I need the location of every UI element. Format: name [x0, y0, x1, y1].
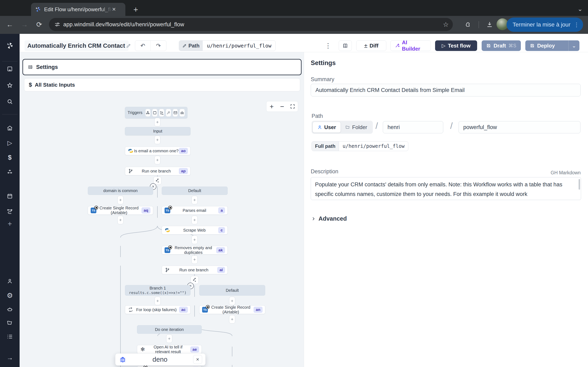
sidebar-item-folders[interactable]	[0, 317, 20, 328]
fit-view-button[interactable]	[287, 101, 298, 111]
path-owner-input[interactable]	[383, 121, 443, 133]
add-step-button[interactable]	[191, 235, 198, 244]
tab-close-icon[interactable]: ✕	[112, 7, 116, 12]
branch-header-domain-is-common[interactable]: domain is common	[88, 187, 153, 195]
advanced-section-toggle[interactable]: Advanced	[311, 215, 347, 222]
add-step-button[interactable]	[117, 216, 123, 224]
deploy-button[interactable]: Deploy	[525, 43, 566, 49]
path-pill[interactable]: Path u/henri/powerful_flow	[179, 40, 276, 51]
sidebar-expand-arrow-icon[interactable]: →	[0, 352, 20, 363]
input-node[interactable]: Input	[125, 127, 190, 135]
sidebar-item-users[interactable]	[0, 275, 20, 287]
webhook-trigger-icon[interactable]	[145, 109, 151, 117]
flow-settings-box[interactable]: Settings	[22, 59, 302, 75]
do-one-iteration-node[interactable]: Do one iteration	[137, 325, 202, 334]
schedule-trigger-icon[interactable]	[152, 109, 157, 117]
route-trigger-icon[interactable]	[159, 109, 164, 117]
book-icon	[342, 43, 348, 49]
add-step-button[interactable]	[191, 255, 198, 264]
windmill-logo[interactable]	[0, 40, 20, 51]
sidebar-item-logs[interactable]	[0, 331, 20, 342]
toggle-folder[interactable]: Folder	[341, 122, 372, 133]
update-menu-kebab-icon[interactable]: ⋮	[574, 21, 579, 28]
diff-button[interactable]: ± Diff	[356, 40, 386, 51]
triggers-node[interactable]: Triggers	[125, 107, 187, 118]
step-node-run-one-branch-2[interactable]: Run one branch al	[162, 266, 228, 274]
flow-title-field[interactable]: Automatically Enrich CRM Contact	[25, 40, 129, 51]
undo-button[interactable]: ↶	[135, 41, 151, 51]
toggle-user[interactable]: User	[312, 122, 341, 133]
toolbar-separator	[479, 21, 479, 28]
sidebar-item-search[interactable]	[0, 96, 20, 107]
branch-header-default-1[interactable]: Default	[162, 187, 228, 195]
bookmark-star-icon[interactable]: ☆	[443, 21, 449, 28]
add-step-button[interactable]	[154, 118, 160, 126]
site-settings-icon[interactable]	[54, 21, 61, 27]
test-flow-button[interactable]: ▷ Test flow	[435, 40, 477, 51]
typescript-deno-icon: TS	[164, 208, 171, 213]
add-step-button[interactable]	[229, 315, 235, 324]
step-node-run-one-branch-1[interactable]: Run one branch ap	[125, 167, 190, 175]
ai-builder-button[interactable]: AI Builder	[390, 40, 431, 51]
websocket-trigger-icon[interactable]	[166, 109, 171, 117]
zoom-in-button[interactable]: +	[267, 101, 277, 111]
popup-close-button[interactable]: ✕	[193, 355, 202, 364]
step-node-create-record-1[interactable]: TS Create Single Record (Airtable) aq	[88, 206, 153, 215]
email-trigger-icon[interactable]	[173, 109, 178, 117]
description-textarea[interactable]: Populate your CRM contacts' details from…	[311, 177, 581, 200]
update-button-label: Terminer la mise à jour	[513, 21, 571, 28]
address-bar[interactable]: app.windmill.dev/flows/edit/u/henri/powe…	[49, 18, 453, 31]
zoom-out-button[interactable]: −	[277, 101, 287, 111]
tab-overflow-chevron-icon[interactable]: ⌄	[575, 4, 585, 14]
sidebar-item-workers[interactable]	[0, 304, 20, 315]
step-node-removes-duplicates[interactable]: TS Removes empty and duplicates ak	[162, 246, 228, 254]
deploy-dropdown-chevron-icon[interactable]: ⌄	[568, 40, 579, 51]
step-node-email-check[interactable]: Is email a common one? ao	[125, 147, 190, 155]
reload-button[interactable]: ⟳	[33, 18, 46, 31]
summary-input[interactable]	[311, 84, 581, 96]
draft-button[interactable]: Draft ⌘S	[482, 40, 521, 51]
extensions-icon[interactable]	[462, 18, 474, 31]
sidebar-item-settings[interactable]: ⚙	[0, 290, 20, 301]
add-step-button[interactable]	[154, 156, 160, 164]
redo-button[interactable]: ↷	[151, 41, 166, 51]
path-name-input[interactable]	[458, 121, 580, 133]
docs-book-button[interactable]	[339, 40, 352, 51]
step-node-partial[interactable]: TS	[137, 366, 202, 367]
textarea-scrollbar[interactable]	[579, 179, 580, 190]
add-step-button[interactable]	[117, 196, 123, 204]
step-node-scrape-web[interactable]: Scrape Web c	[162, 226, 228, 234]
browser-tab[interactable]: Edit Flow u/henri/powerful_flo ✕	[31, 3, 125, 16]
add-step-button[interactable]	[191, 216, 198, 224]
sidebar-item-runs[interactable]: ▷	[0, 137, 20, 149]
add-step-button[interactable]	[155, 297, 161, 305]
flow-graph-canvas[interactable]: + − Triggers Input	[20, 95, 304, 367]
new-tab-button[interactable]: +	[131, 4, 141, 15]
add-step-button[interactable]	[166, 334, 172, 343]
branch-header-branch-1[interactable]: Branch 1 results.c.some((x)=>x!="")	[125, 285, 190, 296]
forward-button[interactable]: →	[18, 18, 31, 31]
step-node-parses-email[interactable]: TS Parses email a	[162, 206, 228, 215]
sidebar-item-flows[interactable]	[0, 206, 20, 217]
step-node-create-record-2[interactable]: TS Create Single Record (Airtable) an	[199, 305, 265, 314]
branch-header-default-2[interactable]: Default	[199, 285, 265, 296]
sidebar-item-variables[interactable]: $	[0, 152, 20, 163]
deno-debug-popup[interactable]: deno ✕	[115, 353, 206, 366]
toolbar-kebab-icon[interactable]: ⋮	[323, 40, 333, 51]
sidebar-item-favorites[interactable]	[0, 80, 20, 91]
sidebar-item-home[interactable]	[0, 122, 20, 134]
sidebar-item-workspace[interactable]	[0, 63, 20, 75]
add-step-button[interactable]	[191, 196, 198, 204]
add-step-button[interactable]	[229, 297, 235, 305]
step-node-for-loop[interactable]: For loop (skip failures) ac	[125, 305, 190, 314]
sidebar-item-resources[interactable]	[0, 167, 20, 178]
back-button[interactable]: ←	[3, 18, 16, 31]
all-static-inputs-box[interactable]: $ All Static Inputs	[24, 78, 300, 91]
browser-update-button[interactable]: Terminer la mise à jour ⋮	[507, 17, 583, 32]
download-icon[interactable]	[484, 18, 496, 31]
poll-trigger-icon[interactable]	[180, 109, 185, 117]
sidebar-item-schedules[interactable]	[0, 191, 20, 202]
sidebar-item-add[interactable]: +	[0, 218, 20, 230]
add-step-button[interactable]	[154, 136, 160, 144]
step-node-openai-check[interactable]: ✻ Open AI to tell if relevant result ae	[137, 345, 202, 354]
